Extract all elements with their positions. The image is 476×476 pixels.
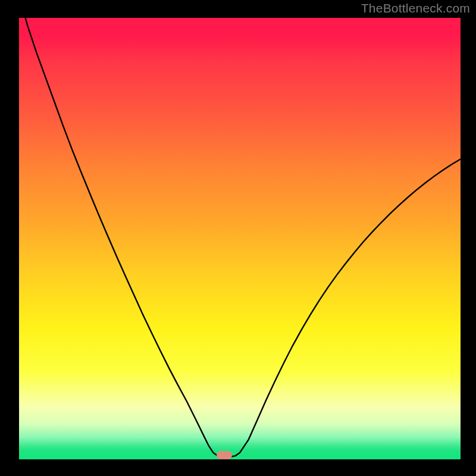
watermark-text: TheBottleneck.com xyxy=(361,1,470,15)
bottleneck-curve xyxy=(19,18,461,459)
optimal-marker xyxy=(217,451,232,459)
chart-frame: TheBottleneck.com xyxy=(0,0,476,476)
plot-area xyxy=(19,18,461,459)
